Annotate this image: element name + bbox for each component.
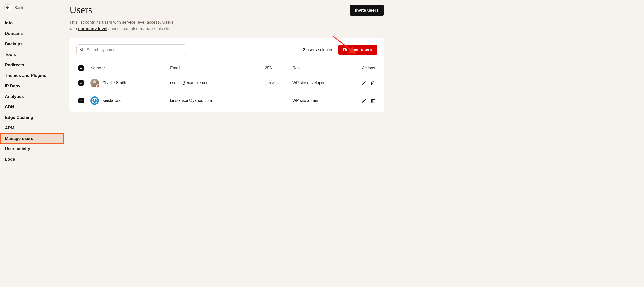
selected-count-text: 2 users selected xyxy=(303,48,334,52)
svg-line-3 xyxy=(82,50,83,51)
main-content: Users This list contains users with serv… xyxy=(65,0,392,287)
delete-icon[interactable] xyxy=(370,81,375,85)
remove-users-button[interactable]: Remove users xyxy=(338,45,377,55)
sidebar-item-apm[interactable]: APM xyxy=(0,123,65,133)
sidebar-item-info[interactable]: Info xyxy=(0,18,65,29)
avatar xyxy=(90,96,99,105)
page-title: Users xyxy=(69,4,174,16)
sidebar: Back InfoDomainsBackupsToolsRedirectsThe… xyxy=(0,0,65,287)
avatar-badge-icon xyxy=(96,84,100,88)
invite-users-button[interactable]: Invite users xyxy=(350,5,384,16)
tfa-badge: 2FA xyxy=(265,80,278,86)
gravatar-icon xyxy=(92,98,98,104)
search-input[interactable] xyxy=(76,45,186,55)
sidebar-item-edge-caching[interactable]: Edge Caching xyxy=(0,112,65,123)
back-row: Back xyxy=(0,2,65,18)
row-checkbox[interactable] xyxy=(78,80,84,86)
column-header-name[interactable]: Name ↑ xyxy=(88,62,168,74)
page-subtitle: This list contains users with service le… xyxy=(69,19,174,32)
edit-icon[interactable] xyxy=(362,98,366,103)
back-label: Back xyxy=(14,6,24,10)
users-card: 2 users selected Remove users Name xyxy=(69,38,384,112)
subtitle-text-post: access can also manage this site. xyxy=(107,27,172,31)
arrow-left-icon xyxy=(6,6,10,11)
company-level-link[interactable]: company level xyxy=(78,27,107,31)
row-checkbox[interactable] xyxy=(78,98,84,103)
column-header-2fa[interactable]: 2FA xyxy=(263,62,290,74)
sidebar-nav: InfoDomainsBackupsToolsRedirectsThemes a… xyxy=(0,18,65,165)
users-table: Name ↑ Email 2FA Role Actions Charlie Sm… xyxy=(76,62,377,109)
sort-asc-icon: ↑ xyxy=(103,66,105,70)
sidebar-item-cdn[interactable]: CDN xyxy=(0,102,65,112)
user-role: WP site admin xyxy=(290,92,355,110)
delete-icon[interactable] xyxy=(370,98,375,103)
edit-icon[interactable] xyxy=(362,81,366,85)
user-name: Kinsta User xyxy=(102,98,123,103)
sidebar-item-backups[interactable]: Backups xyxy=(0,39,65,49)
table-row: Charlie Smithcsmith@example.com2FAWP sit… xyxy=(76,74,377,92)
sidebar-item-manage-users[interactable]: Manage users xyxy=(1,134,64,143)
sidebar-item-domains[interactable]: Domains xyxy=(0,29,65,39)
user-email: csmith@example.com xyxy=(168,74,263,92)
avatar xyxy=(90,79,99,87)
sidebar-item-analytics[interactable]: Analytics xyxy=(0,91,65,102)
user-email: kinstauser@yahoo.com xyxy=(168,92,263,110)
column-header-actions: Actions xyxy=(355,62,377,74)
svg-point-4 xyxy=(93,80,96,83)
sidebar-item-redirects[interactable]: Redirects xyxy=(0,60,65,70)
svg-point-2 xyxy=(80,48,83,51)
back-button[interactable] xyxy=(4,5,12,12)
sidebar-item-ip-deny[interactable]: IP Deny xyxy=(0,81,65,91)
sidebar-item-themes-and-plugins[interactable]: Themes and Plugins xyxy=(0,70,65,81)
select-all-checkbox[interactable] xyxy=(78,65,84,71)
user-role: WP site developer xyxy=(290,74,355,92)
search-icon xyxy=(80,48,84,52)
column-header-email[interactable]: Email xyxy=(168,62,263,74)
sidebar-item-tools[interactable]: Tools xyxy=(0,49,65,60)
column-header-role[interactable]: Role xyxy=(290,62,355,74)
sidebar-item-logs[interactable]: Logs xyxy=(0,154,65,165)
user-name: Charlie Smith xyxy=(102,81,126,85)
search-wrapper xyxy=(76,45,186,55)
table-row: Kinsta Userkinstauser@yahoo.comWP site a… xyxy=(76,92,377,110)
sidebar-item-user-activity[interactable]: User activity xyxy=(0,144,65,154)
column-name-label: Name xyxy=(90,66,101,70)
